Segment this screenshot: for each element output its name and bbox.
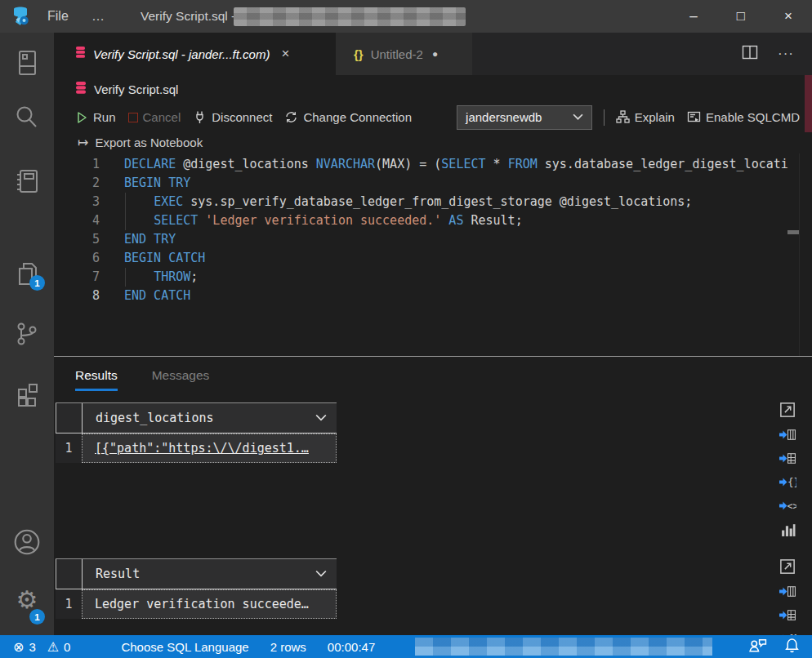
window-title: Verify Script.sql - [141, 0, 235, 33]
export-as-notebook-button[interactable]: ↦ Export as Notebook [54, 131, 812, 153]
result-cell[interactable]: Ledger verification succeede… [82, 589, 337, 619]
menu-more-button[interactable]: … [91, 0, 106, 33]
file-name-label: Verify Script.sql [94, 82, 178, 96]
code-line[interactable]: 1DECLARE @digest_locations NVARCHAR(MAX)… [54, 155, 812, 174]
redacted-status-text [415, 638, 712, 656]
unsaved-dot-icon[interactable]: ● [432, 48, 438, 60]
warnings-count: 0 [64, 640, 70, 654]
save-as-csv-icon[interactable] [779, 428, 796, 445]
problems-indicator[interactable]: ⊗ 3 ⚠ 0 [13, 639, 70, 655]
column-header[interactable]: digest_locations [82, 403, 337, 433]
row-number-cell[interactable]: 1 [56, 589, 82, 619]
statusbar-right [748, 635, 799, 658]
maximize-grid-icon[interactable] [779, 402, 796, 421]
database-icon [75, 81, 87, 98]
code-line[interactable]: 4 SELECT 'Ledger verification succeeded.… [54, 211, 812, 230]
grid-body: 1Ledger verification succeede… [56, 589, 337, 619]
elapsed-time-label: 00:00:47 [328, 640, 375, 654]
column-header[interactable]: Result [82, 559, 337, 589]
disconnect-button[interactable]: Disconnect [193, 110, 272, 124]
code-text: BEGIN TRY [124, 174, 190, 193]
tab-results[interactable]: Results [75, 368, 118, 391]
plug-icon [193, 110, 207, 124]
editor-header: Verify Script.sql [54, 75, 805, 103]
code-text: SELECT 'Ledger verification succeeded.' … [124, 211, 523, 230]
line-number: 2 [54, 174, 100, 193]
notebooks-icon[interactable] [12, 167, 42, 196]
title-bar: File … Verify Script.sql - – □ × [0, 0, 812, 33]
search-icon[interactable] [12, 103, 42, 132]
tab-untitled-2[interactable]: {} Untitled-2 ● [336, 33, 472, 75]
row-number-header [56, 559, 82, 589]
notifications-bell-icon[interactable] [785, 638, 799, 656]
svg-text:{}: {} [787, 476, 796, 488]
refresh-icon [284, 110, 298, 124]
close-tab-icon[interactable]: × [281, 46, 289, 62]
scrollbar-track [799, 153, 800, 356]
braces-icon: {} [354, 47, 364, 61]
chevron-down-icon[interactable] [315, 414, 327, 422]
code-text: END CATCH [124, 287, 190, 305]
explain-button[interactable]: Explain [616, 110, 675, 124]
code-text: BEGIN CATCH [124, 249, 205, 268]
code-line[interactable]: 5END TRY [54, 230, 812, 249]
show-chart-icon[interactable] [780, 522, 796, 540]
save-as-excel-icon[interactable] [779, 451, 796, 469]
save-as-excel-icon[interactable] [779, 608, 796, 625]
explorer-badge: 1 [29, 275, 45, 291]
change-connection-button[interactable]: Change Connection [284, 110, 412, 124]
results-tabs: Results Messages [54, 357, 812, 391]
tab-verify-script[interactable]: Verify Script.sql - jander...ft.com) × [54, 33, 336, 75]
sqlcmd-icon [687, 110, 701, 124]
tab-label: Untitled-2 [371, 47, 423, 61]
save-as-json-icon[interactable]: {} [779, 475, 796, 492]
row-number-cell[interactable]: 1 [56, 433, 82, 463]
row-number-header [56, 403, 82, 433]
line-number: 3 [54, 193, 100, 211]
database-dropdown[interactable]: jandersnewdb [457, 105, 592, 130]
minimize-button[interactable]: – [670, 0, 717, 33]
result-cell[interactable]: [{"path":"https:\/\/digest1.… [82, 433, 337, 463]
grid-header-row: digest_locations [56, 403, 337, 433]
account-icon[interactable] [12, 527, 42, 557]
code-text: DECLARE @digest_locations NVARCHAR(MAX) … [124, 155, 788, 174]
code-line[interactable]: 8END CATCH [54, 287, 812, 305]
code-line[interactable]: 2BEGIN TRY [54, 174, 812, 193]
cancel-button: Cancel [128, 110, 181, 124]
enable-sqlcmd-button[interactable]: Enable SQLCMD [687, 110, 800, 124]
connections-icon[interactable] [12, 48, 42, 78]
language-mode-button[interactable]: Choose SQL Language [121, 640, 248, 654]
editor-actions: ··· [742, 33, 812, 75]
scrollbar-thumb[interactable] [787, 230, 799, 234]
split-editor-icon[interactable] [742, 45, 758, 63]
errors-count: 3 [29, 640, 35, 654]
redacted-title-text [234, 7, 466, 26]
app-logo-icon [10, 6, 31, 27]
line-number: 4 [54, 211, 100, 230]
run-button[interactable]: Run [75, 110, 116, 124]
editor-tab-bar: Verify Script.sql - jander...ft.com) × {… [54, 33, 812, 75]
settings-badge: 1 [29, 609, 45, 625]
row-count-label: 2 rows [270, 640, 306, 654]
maximize-button[interactable]: □ [717, 0, 765, 33]
extensions-icon[interactable] [12, 379, 42, 408]
table-row: 1Ledger verification succeede… [56, 589, 337, 619]
feedback-icon[interactable] [748, 638, 767, 656]
save-as-xml-icon[interactable]: <> [779, 499, 796, 516]
menu-file[interactable]: File [47, 0, 69, 33]
sql-editor[interactable]: 1DECLARE @digest_locations NVARCHAR(MAX)… [54, 153, 812, 356]
chevron-down-icon[interactable] [315, 570, 327, 578]
code-line[interactable]: 3 EXEC sys.sp_verify_database_ledger_fro… [54, 193, 812, 211]
maximize-grid-icon[interactable] [779, 558, 796, 578]
export-arrow-icon: ↦ [78, 135, 88, 150]
close-button[interactable]: × [765, 0, 812, 33]
activity-bar: 1 ⚙ 1 [0, 33, 54, 635]
line-number: 6 [54, 249, 100, 268]
source-control-icon[interactable] [12, 319, 42, 349]
save-as-csv-icon[interactable] [779, 585, 796, 602]
database-dropdown-value: jandersnewdb [466, 110, 573, 124]
more-actions-icon[interactable]: ··· [778, 46, 794, 62]
tab-messages[interactable]: Messages [152, 368, 210, 391]
code-line[interactable]: 7 THROW; [54, 268, 812, 287]
code-line[interactable]: 6BEGIN CATCH [54, 249, 812, 268]
